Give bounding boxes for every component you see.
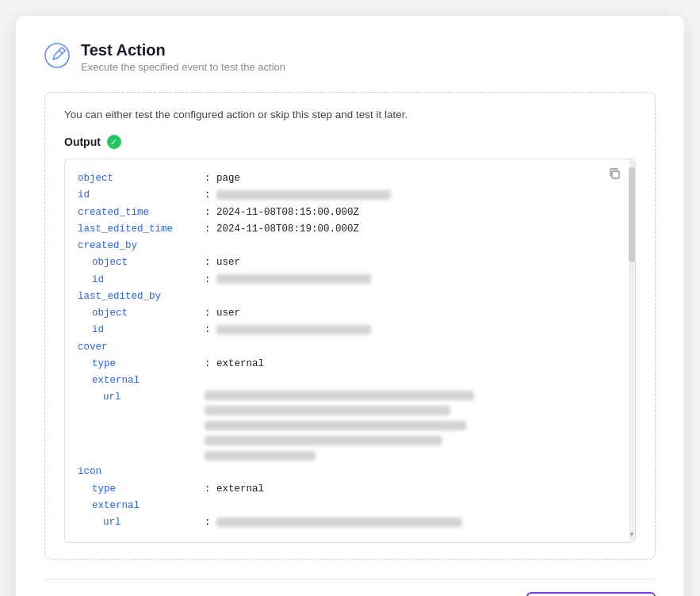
svg-point-0 <box>45 44 69 67</box>
main-card: You can either test the configured actio… <box>44 92 656 560</box>
output-field-icon-url: url : <box>78 514 622 531</box>
scrollbar-thumb[interactable] <box>629 167 635 262</box>
output-field-icon-external: external <box>78 498 622 514</box>
svg-rect-1 <box>612 171 619 178</box>
edit-icon <box>44 43 70 68</box>
output-field-cover-external: external <box>78 372 622 389</box>
output-field-cover: cover <box>78 339 622 356</box>
output-field-object: object : page <box>78 170 622 187</box>
output-field-icon: icon <box>78 464 622 480</box>
output-label: Output <box>64 136 101 148</box>
output-scroll[interactable]: object : page id : created_time : 2024-1… <box>65 159 635 542</box>
output-field-last-edited-by: last_edited_by <box>78 288 622 305</box>
info-text: You can either test the configured actio… <box>64 109 636 120</box>
output-field-cover-url: url <box>78 389 622 464</box>
output-field-created-by-id: id : <box>78 272 622 288</box>
modal-container: Test Action Execute the specified event … <box>16 16 684 596</box>
output-field-created-by-object: object : user <box>78 254 622 271</box>
header: Test Action Execute the specified event … <box>44 41 656 73</box>
output-field-created-time: created_time : 2024-11-08T08:15:00.000Z <box>78 204 622 221</box>
scrollbar-track[interactable]: ▼ <box>629 159 635 542</box>
copy-button[interactable] <box>608 167 621 183</box>
footer: Retest ✓ Save and Exit <box>44 579 656 596</box>
scroll-down-arrow[interactable]: ▼ <box>629 528 635 541</box>
save-exit-button[interactable]: ✓ Save and Exit <box>526 592 656 596</box>
header-text: Test Action Execute the specified event … <box>81 41 285 73</box>
page-title: Test Action <box>81 41 285 59</box>
page-subtitle: Execute the specified event to test the … <box>81 61 285 73</box>
success-icon: ✓ <box>107 135 121 149</box>
output-header: Output ✓ <box>64 135 636 149</box>
output-field-last-edited-by-id: id : <box>78 322 622 338</box>
output-field-icon-type: type : external <box>78 481 622 498</box>
output-field-last-edited-by-object: object : user <box>78 305 622 322</box>
output-box: object : page id : created_time : 2024-1… <box>64 159 636 543</box>
output-field-cover-type: type : external <box>78 356 622 372</box>
output-field-last-edited-time: last_edited_time : 2024-11-08T08:19:00.0… <box>78 221 622 238</box>
output-field-id: id : <box>78 187 622 204</box>
output-field-created-by: created_by <box>78 238 622 254</box>
